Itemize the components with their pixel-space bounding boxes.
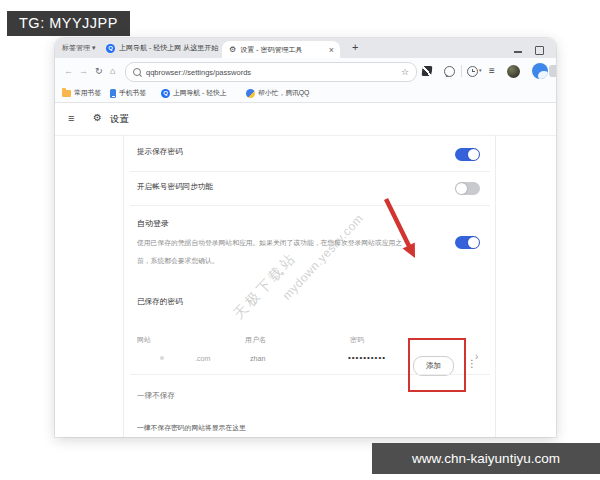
- address-url[interactable]: qqbrowser://settings/passwords: [146, 68, 401, 77]
- saved-passwords-title: 已保存的密码: [137, 297, 183, 307]
- page-title: 设置: [110, 113, 129, 126]
- q-browser-logo-icon: Q: [161, 89, 170, 98]
- folder-icon: [62, 90, 71, 97]
- never-save-title: 一律不保存: [137, 391, 175, 401]
- minimize-button[interactable]: [514, 51, 522, 53]
- content-right-divider: [495, 135, 496, 437]
- tab-settings-passwords[interactable]: ⚙ 设置 - 密码管理工具 ×: [222, 41, 340, 58]
- toggle-sync[interactable]: [455, 182, 480, 195]
- feedback-bubble-icon[interactable]: [444, 66, 455, 77]
- row-divider: [130, 171, 490, 172]
- extension-icon[interactable]: [421, 66, 432, 76]
- toggle-save-password[interactable]: [455, 148, 480, 161]
- qq-helper-icon: [246, 89, 255, 98]
- auto-login-desc-line1: 使用已保存的凭据自动登录网站和应用。如果关闭了该功能，在您每次登录网站或应用之: [137, 238, 402, 248]
- profile-avatar[interactable]: [507, 65, 520, 78]
- cell-website: .com: [195, 354, 211, 363]
- caret-down-icon: ▾: [92, 44, 96, 51]
- tab-manager-button[interactable]: 标签管理 ▾: [62, 43, 95, 53]
- account-avatar[interactable]: [532, 63, 548, 79]
- browser-menu-icon[interactable]: ≡: [489, 65, 495, 76]
- sidebar-divider: [123, 135, 124, 437]
- annotation-highlight-box: [408, 338, 466, 392]
- header-divider: [55, 135, 556, 136]
- column-username: 用户名: [245, 335, 266, 345]
- bookmark-label: 常用书签: [74, 88, 101, 98]
- cell-username: zhan: [250, 354, 266, 363]
- row-label-sync: 开启帐号密码同步功能: [137, 182, 213, 192]
- toggle-auto-login[interactable]: [455, 236, 480, 249]
- bookmark-label: 手机书签: [119, 88, 146, 98]
- bookmark-label: 帮小忙，腾讯QQ: [258, 88, 309, 98]
- row-label-save-password: 提示保存密码: [137, 147, 183, 157]
- reload-icon[interactable]: ↻: [95, 66, 103, 76]
- bookmark-mobile[interactable]: 手机书签: [110, 84, 146, 102]
- bookmark-label: 上网导航 - 轻快上: [173, 88, 227, 98]
- phone-icon: [110, 89, 116, 98]
- back-icon[interactable]: ←: [64, 66, 73, 76]
- toolbar-divider: [461, 65, 462, 77]
- new-tab-button[interactable]: +: [352, 41, 358, 53]
- site-favicon: [160, 356, 164, 360]
- tab-strip: 标签管理 ▾ Q 上网导航 - 轻快上网 从这里开始 ⚙ 设置 - 密码管理工具…: [55, 38, 556, 58]
- bookmarks-bar: 常用书签 手机书签 Q 上网导航 - 轻快上 帮小忙，腾讯QQ: [55, 84, 556, 103]
- browser-window: 标签管理 ▾ Q 上网导航 - 轻快上网 从这里开始 ⚙ 设置 - 密码管理工具…: [55, 38, 556, 437]
- search-icon: [133, 68, 141, 76]
- bookmark-nav[interactable]: Q 上网导航 - 轻快上: [161, 84, 227, 102]
- history-clock-icon[interactable]: [467, 66, 478, 77]
- address-bar[interactable]: qqbrowser://settings/passwords ☆: [125, 62, 417, 82]
- column-website: 网站: [137, 335, 151, 345]
- watermark-text: mydown.yesky.com: [280, 211, 366, 302]
- caret-down-icon[interactable]: ▾: [479, 67, 482, 73]
- site-watermark-label: www.chn-kaiyuntiyu.com: [372, 443, 600, 474]
- q-browser-logo-icon: Q: [106, 44, 115, 53]
- bookmark-star-icon[interactable]: ☆: [401, 67, 409, 77]
- auto-login-title: 自动登录: [137, 218, 169, 229]
- gear-icon: ⚙: [93, 112, 102, 123]
- column-password: 密码: [350, 335, 364, 345]
- tab-nav-home[interactable]: Q 上网导航 - 轻快上网 从这里开始: [99, 38, 219, 58]
- watermark-text: 天极下载站: [230, 249, 301, 323]
- row-divider: [130, 205, 490, 206]
- settings-menu-icon[interactable]: ≡: [68, 112, 74, 124]
- tab-manager-label: 标签管理: [62, 44, 90, 51]
- cell-password: ••••••••••: [348, 353, 386, 362]
- close-icon[interactable]: ×: [329, 45, 334, 55]
- chevron-right-icon[interactable]: ›: [475, 351, 478, 362]
- side-panel-handle[interactable]: [549, 65, 556, 77]
- bookmark-common[interactable]: 常用书签: [62, 84, 101, 102]
- gear-icon: ⚙: [229, 45, 236, 54]
- settings-page: ≡ ⚙ 设置 天极下载站 mydown.yesky.com 提示保存密码 开启帐…: [55, 102, 556, 437]
- tab-label: 设置 - 密码管理工具: [240, 45, 302, 55]
- auto-login-desc-line2: 前，系统都会要求您确认。: [137, 256, 219, 266]
- home-icon[interactable]: ⌂: [110, 66, 115, 76]
- tg-watermark-label: TG: MYYJJPP: [7, 11, 130, 36]
- never-save-desc: 一律不保存密码的网站将显示在这里: [137, 423, 246, 433]
- maximize-button[interactable]: [535, 46, 544, 55]
- bookmark-qq-helper[interactable]: 帮小忙，腾讯QQ: [246, 84, 309, 102]
- tab-label: 上网导航 - 轻快上网 从这里开始: [119, 43, 219, 53]
- forward-icon[interactable]: →: [79, 66, 88, 76]
